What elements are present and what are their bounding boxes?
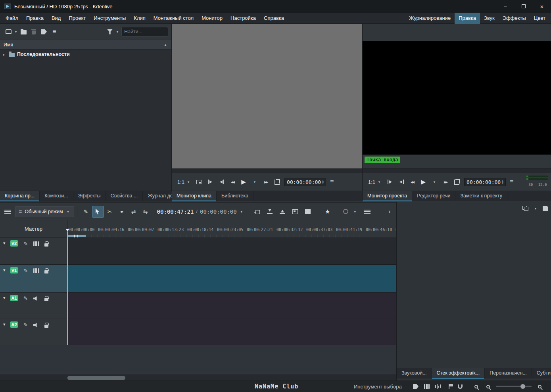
tab-properties[interactable]: Свойства ... <box>106 191 143 201</box>
project-monitor-menu-button[interactable]: ≡ <box>507 177 517 187</box>
tab-audio-mixer[interactable]: Звуковой... <box>397 368 432 379</box>
play-options-button[interactable]: ▾ <box>429 177 440 187</box>
track-header-v1[interactable]: ▾ V1 ✎ <box>0 265 67 292</box>
chevron-right-icon[interactable]: ▸ <box>2 52 6 57</box>
titlebar[interactable]: Безымянный / HD 1080p 25 fps - Kdenlive … <box>0 0 551 13</box>
tab-library[interactable]: Библиотека <box>217 191 253 201</box>
track-badge[interactable]: V2 <box>10 240 18 247</box>
zoom-out-button[interactable] <box>484 382 492 391</box>
chevron-down-icon[interactable]: ▾ <box>3 295 10 300</box>
timecode-spinner[interactable]: ▴▾ <box>502 180 503 184</box>
project-monitor-seekbar[interactable] <box>363 168 551 173</box>
track-header-a2[interactable]: ▾ A2 ✎ <box>0 319 67 345</box>
edit-mode-select[interactable]: ≡ Обычный режим ▾ <box>15 206 74 217</box>
lock-track-icon[interactable] <box>44 243 48 247</box>
tab-effects[interactable]: Эффекты <box>73 191 106 201</box>
audio-thumbnails-toggle[interactable] <box>434 382 442 391</box>
compare-icon[interactable] <box>522 206 528 211</box>
play-button[interactable]: ▶ <box>418 177 428 187</box>
chevron-down-icon[interactable]: ▾ <box>3 268 10 273</box>
menu-timeline[interactable]: Монтажный стол <box>150 13 198 23</box>
marker-comments-toggle[interactable] <box>445 382 453 391</box>
minimize-button[interactable]: − <box>496 0 515 13</box>
trim-tool-button[interactable]: ✎ <box>80 206 92 218</box>
tab-subtitles[interactable]: Субтитры <box>532 368 551 379</box>
zoom-slider[interactable] <box>496 386 532 387</box>
playhead[interactable] <box>67 231 68 345</box>
rewind-button[interactable]: ◂◂ <box>227 177 238 187</box>
master-effects-button[interactable]: Мастер <box>25 226 42 232</box>
tab-clip-monitor[interactable]: Монитор клипа <box>172 191 217 201</box>
timecode-spinner[interactable]: ▴▾ <box>322 180 324 184</box>
record-button[interactable] <box>340 206 352 218</box>
forward-button[interactable]: ▸▸ <box>261 177 271 187</box>
zoom-slider-handle[interactable] <box>520 384 525 389</box>
project-zoom-select[interactable]: 1:1 ▾ <box>366 178 384 186</box>
chevron-down-icon[interactable]: ▾ <box>3 241 10 246</box>
menu-file[interactable]: Файл <box>2 13 22 23</box>
clip-monitor-menu-button[interactable]: ≡ <box>327 177 337 187</box>
maximize-button[interactable] <box>515 0 533 13</box>
track-lane-a2[interactable] <box>67 319 396 345</box>
timeline-zone-bar[interactable] <box>67 235 86 237</box>
scrollbar-thumb[interactable] <box>67 376 125 380</box>
track-badge[interactable]: A2 <box>10 321 18 328</box>
razor-tool-button[interactable]: ✂ <box>104 206 116 218</box>
chevron-down-icon[interactable]: ▾ <box>239 210 244 214</box>
favorite-effects-button[interactable]: ★ <box>322 206 334 218</box>
slip-tool-button[interactable]: ⇄ <box>128 206 140 218</box>
track-lane-v2[interactable] <box>67 238 396 264</box>
close-button[interactable]: × <box>533 0 551 13</box>
mixer-button[interactable] <box>361 206 373 218</box>
tab-remap[interactable]: Переназначен... <box>485 368 532 379</box>
forward-button[interactable]: ▸▸ <box>440 177 451 187</box>
track-edit-icon[interactable]: ✎ <box>23 322 28 328</box>
hide-track-icon[interactable] <box>33 268 39 273</box>
insert-zone-button[interactable] <box>264 206 276 218</box>
ripple-tool-button[interactable]: ⇆ <box>140 206 152 218</box>
tab-speech-editor[interactable]: Редактор речи <box>412 191 455 201</box>
play-options-button[interactable]: ▾ <box>250 177 260 187</box>
bin-name-column-header[interactable]: Имя ▴ <box>0 40 171 50</box>
overlay-button[interactable] <box>194 177 204 187</box>
workspace-editing[interactable]: Правка <box>455 13 480 24</box>
workspace-color[interactable]: Цвет <box>530 13 549 24</box>
overwrite-zone-button[interactable] <box>302 206 314 218</box>
toolbar-overflow-button[interactable]: › <box>386 208 394 215</box>
timeline-position-display[interactable]: 00:00:47:21 / 00:00:00:00 ▾ <box>157 208 244 215</box>
track-lane-a1[interactable] <box>67 293 396 319</box>
play-button[interactable]: ▶ <box>238 177 249 187</box>
chevron-up-icon[interactable]: ▴ <box>163 42 168 47</box>
tags-button[interactable] <box>39 27 49 37</box>
track-header-a1[interactable]: ▾ A1 ✎ <box>0 293 67 319</box>
save-icon[interactable] <box>543 206 548 211</box>
rewind-button[interactable]: ◂◂ <box>407 177 417 187</box>
timeline-settings-button[interactable] <box>2 207 13 217</box>
timeline-horizontal-scrollbar[interactable] <box>0 375 396 381</box>
menu-monitor[interactable]: Монитор <box>198 13 227 23</box>
menu-settings[interactable]: Настройка <box>227 13 260 23</box>
video-thumbnails-toggle[interactable] <box>423 382 431 391</box>
tab-effect-stack[interactable]: Стек эффектов/к... <box>432 368 485 379</box>
menu-clip[interactable]: Клип <box>130 13 149 23</box>
bin-menu-button[interactable]: ≡ <box>49 27 60 37</box>
tab-project-notes[interactable]: Заметки к проекту <box>455 191 507 201</box>
selection-tool-button[interactable] <box>92 206 104 218</box>
track-lane-v1[interactable] <box>67 265 396 292</box>
mute-track-icon[interactable] <box>33 296 39 301</box>
snap-toggle[interactable] <box>456 382 464 391</box>
chevron-down-icon[interactable]: ▾ <box>533 207 538 210</box>
track-badge[interactable]: V1 <box>10 267 18 273</box>
track-header-v2[interactable]: ▾ V2 ✎ <box>0 238 67 264</box>
menu-help[interactable]: Справка <box>260 13 288 23</box>
zone-mode-button[interactable] <box>272 177 282 187</box>
hide-track-icon[interactable] <box>33 241 39 246</box>
extract-zone-button[interactable] <box>276 206 288 218</box>
mix-clips-button[interactable] <box>251 206 263 218</box>
zone-mode-button[interactable] <box>451 177 462 187</box>
menu-project[interactable]: Проект <box>65 13 90 23</box>
timeline-ruler[interactable]: 00:00:00:00 00:00:04:16 00:00:09:07 00:0… <box>67 220 396 238</box>
tab-project-bin[interactable]: Корзина пр... <box>0 191 40 201</box>
clip-monitor-seekbar[interactable] <box>172 168 362 173</box>
set-zone-in-button[interactable] <box>205 177 215 187</box>
